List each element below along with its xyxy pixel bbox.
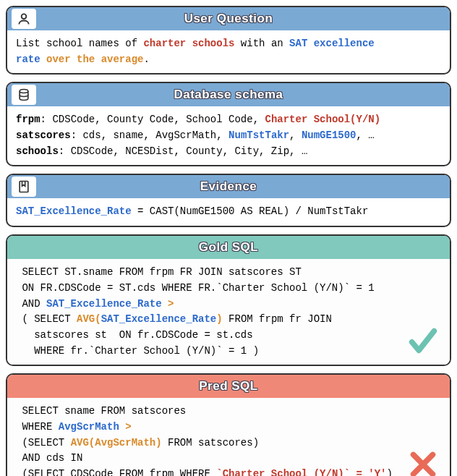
- body-schema: frpm: CDSCode, County Code, School Code,…: [7, 106, 450, 165]
- text-span: ): [387, 468, 393, 476]
- code-line: AND SAT_Excellence_Rate >: [16, 297, 441, 313]
- code-line: (SELECT AVG(AvgScrMath) FROM satscores): [16, 435, 441, 451]
- text-span: FROM frpm fr JOIN: [223, 313, 332, 325]
- text-span: [40, 54, 46, 65]
- header-user-question: User Question: [7, 7, 450, 30]
- code-line: rate over the average.: [16, 52, 441, 68]
- table-name: satscores: [16, 129, 71, 141]
- code-line: ( SELECT AVG(SAT_Excellence_Rate) FROM f…: [16, 312, 441, 328]
- text-span: rate: [16, 54, 40, 65]
- bookmark-icon: [12, 177, 36, 197]
- title-schema: Database schema: [14, 88, 443, 102]
- text-span: AvgScrMath: [59, 421, 119, 433]
- text-span: SELECT sname FROM satscores: [16, 405, 186, 417]
- text-span: (SELECT CDSCode FROM frpm WHERE: [16, 468, 216, 476]
- header-schema: Database schema: [7, 83, 450, 106]
- header-evidence: Evidence: [7, 175, 450, 198]
- evidence-line: SAT_Excellence_Rate = CAST(NumGE1500 AS …: [16, 204, 441, 220]
- text-span: >: [168, 298, 174, 310]
- text-span: SAT_Excellence_Rate: [16, 205, 132, 217]
- text-span: (SELECT: [16, 437, 71, 449]
- text-span: FROM satscores): [162, 437, 259, 449]
- code-line: WHERE fr.`Charter School (Y/N)` = 1 ): [16, 344, 441, 360]
- database-icon: [12, 85, 36, 105]
- code-line: List school names of charter schools wit…: [16, 36, 441, 52]
- text-span: ( SELECT: [16, 313, 77, 325]
- code-line: (SELECT CDSCode FROM frpm WHERE `Charter…: [16, 467, 441, 476]
- table-name: frpm: [16, 114, 40, 125]
- text-span: = CAST(NumGE1500 AS REAL) / NumTstTakr: [132, 205, 369, 217]
- code-line: SELECT sname FROM satscores: [16, 404, 441, 420]
- body-pred: SELECT sname FROM satscores WHERE AvgScr…: [7, 398, 450, 476]
- code-line: satscores st ON fr.CDSCode = st.cds: [16, 328, 441, 344]
- schema-row: frpm: CDSCode, County Code, School Code,…: [16, 112, 441, 128]
- panel-schema: Database schema frpm: CDSCode, County Co…: [6, 82, 451, 166]
- header-gold: Gold SQL: [7, 236, 450, 259]
- code-line: SELECT ST.sname FROM frpm FR JOIN satsco…: [16, 265, 441, 281]
- title-gold: Gold SQL: [14, 240, 443, 255]
- title-pred: Pred SQL: [14, 379, 443, 394]
- body-gold: SELECT ST.sname FROM frpm FR JOIN satsco…: [7, 259, 450, 365]
- text-span: ): [216, 313, 222, 325]
- panel-gold-sql: Gold SQL SELECT ST.sname FROM frpm FR JO…: [6, 234, 451, 366]
- header-pred: Pred SQL: [7, 375, 450, 398]
- text-span: AVG(: [77, 313, 101, 325]
- text-span: AVG(AvgScrMath): [71, 437, 162, 449]
- text-span: WHERE fr.`Charter School (Y/N)` = 1 ): [16, 345, 259, 357]
- text-span: WHERE: [16, 421, 59, 433]
- text-span: [119, 421, 125, 433]
- text-span: SAT excellence: [289, 38, 375, 49]
- title-evidence: Evidence: [14, 179, 443, 194]
- panel-pred-sql: Pred SQL SELECT sname FROM satscores WHE…: [6, 373, 451, 476]
- text-span: satscores st ON fr.CDSCode = st.cds: [16, 329, 253, 341]
- cross-icon: [406, 448, 440, 476]
- text-span: ON FR.CDSCode = ST.cds WHERE FR.`Charter…: [16, 282, 375, 294]
- text-span: AND cds IN: [16, 452, 82, 464]
- table-name: schools: [16, 145, 59, 157]
- panel-evidence: Evidence SAT_Excellence_Rate = CAST(NumG…: [6, 174, 451, 227]
- schema-row: schools: CDSCode, NCESDist, County, City…: [16, 144, 441, 160]
- text-span: [162, 298, 168, 310]
- text-span: SAT_Excellence_Rate: [46, 298, 162, 310]
- title-user-question: User Question: [14, 12, 443, 26]
- text-span: List school names of: [16, 38, 143, 49]
- text-span: charter schools: [143, 38, 234, 49]
- text-span: SAT_Excellence_Rate: [101, 313, 217, 325]
- text-span: over the average: [46, 54, 143, 65]
- text-span: .: [143, 54, 149, 65]
- svg-point-1: [20, 90, 28, 93]
- text-span: with an: [234, 38, 289, 49]
- body-evidence: SAT_Excellence_Rate = CAST(NumGE1500 AS …: [7, 198, 450, 226]
- body-user-question: List school names of charter schools wit…: [7, 30, 450, 73]
- svg-rect-2: [20, 182, 28, 192]
- check-icon: [406, 324, 440, 357]
- text-span: SELECT ST.sname FROM frpm FR JOIN satsco…: [16, 266, 302, 278]
- user-icon: [12, 9, 36, 29]
- svg-point-0: [22, 14, 27, 19]
- text-span: `Charter School (Y/N)` = 'Y': [216, 468, 386, 476]
- code-line: AND cds IN: [16, 451, 441, 467]
- schema-row: satscores: cds, sname, AvgScrMath, NumTs…: [16, 128, 441, 144]
- code-line: ON FR.CDSCode = ST.cds WHERE FR.`Charter…: [16, 281, 441, 297]
- code-line: WHERE AvgScrMath >: [16, 420, 441, 435]
- panel-user-question: User Question List school names of chart…: [6, 6, 451, 75]
- text-span: >: [125, 421, 131, 433]
- text-span: AND: [16, 298, 46, 310]
